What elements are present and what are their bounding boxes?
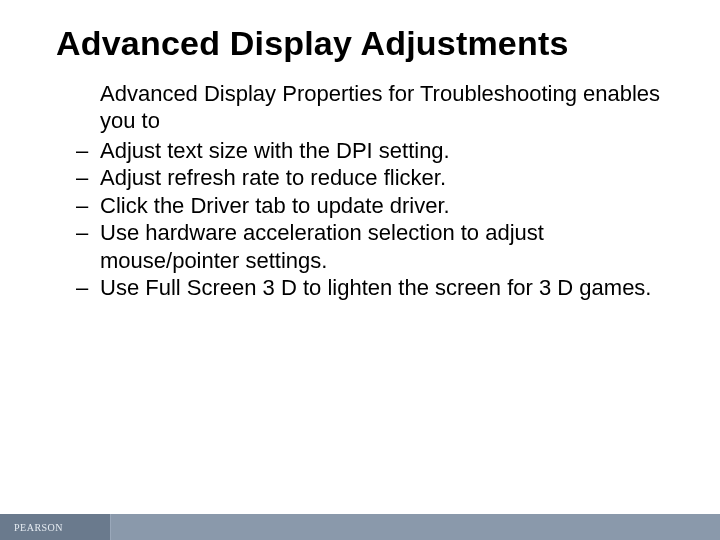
bullet-text: Click the Driver tab to update driver. <box>100 193 450 218</box>
slide-title: Advanced Display Adjustments <box>36 24 684 63</box>
list-item: –Use Full Screen 3 D to lighten the scre… <box>64 274 664 302</box>
bullet-text: Adjust text size with the DPI setting. <box>100 138 450 163</box>
bullet-text: Adjust refresh rate to reduce flicker. <box>100 165 446 190</box>
dash-icon: – <box>72 274 92 302</box>
footer: PEARSON <box>0 514 720 540</box>
list-item: –Click the Driver tab to update driver. <box>64 192 664 220</box>
list-item: –Use hardware acceleration selection to … <box>64 219 664 274</box>
slide-body: Advanced Display Properties for Troubles… <box>36 81 684 302</box>
footer-bar <box>110 514 720 540</box>
list-item: –Adjust refresh rate to reduce flicker. <box>64 164 664 192</box>
dash-icon: – <box>72 164 92 192</box>
dash-icon: – <box>72 219 92 247</box>
dash-icon: – <box>72 137 92 165</box>
bullet-list: –Adjust text size with the DPI setting. … <box>64 137 664 302</box>
slide: Advanced Display Adjustments Advanced Di… <box>0 0 720 540</box>
brand-text: PEARSON <box>14 522 63 533</box>
brand-block: PEARSON <box>0 514 110 540</box>
list-item: –Adjust text size with the DPI setting. <box>64 137 664 165</box>
bullet-text: Use hardware acceleration selection to a… <box>100 220 544 273</box>
lead-paragraph: Advanced Display Properties for Troubles… <box>100 81 664 135</box>
dash-icon: – <box>72 192 92 220</box>
bullet-text: Use Full Screen 3 D to lighten the scree… <box>100 275 651 300</box>
